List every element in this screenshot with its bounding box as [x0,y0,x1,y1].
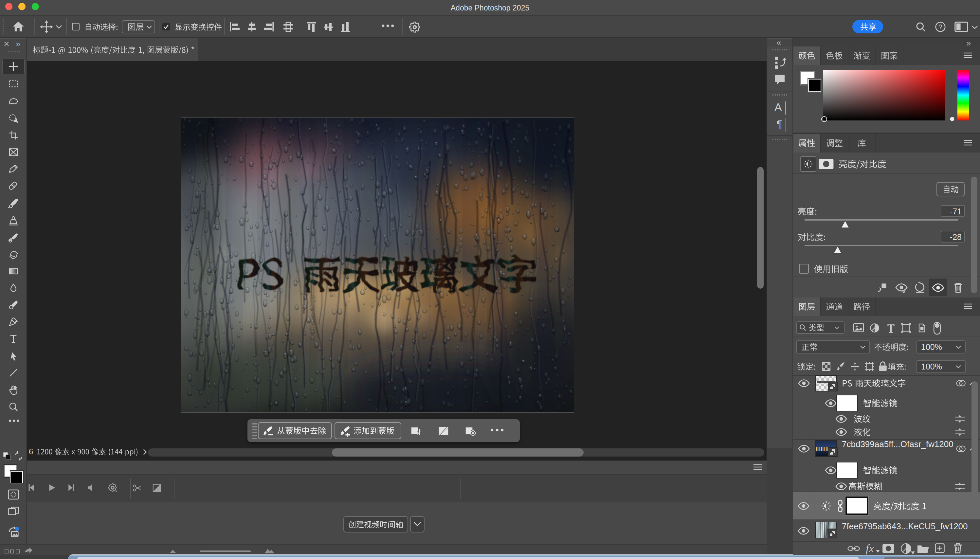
svg-text:?: ? [939,23,942,30]
